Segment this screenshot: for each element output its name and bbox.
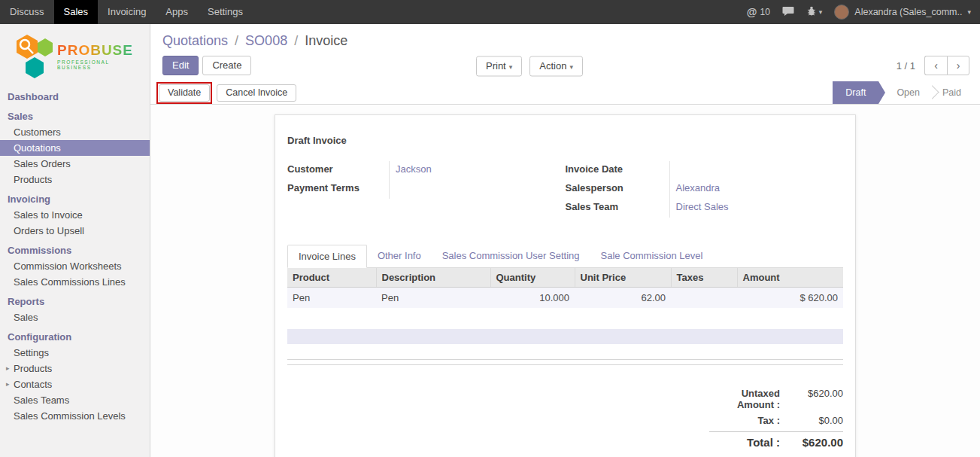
topbar-menu-sales[interactable]: Sales: [54, 0, 99, 24]
expand-icon[interactable]: ▸: [6, 379, 10, 390]
column-header-amount: Amount: [737, 268, 843, 288]
breadcrumb-separator: /: [232, 33, 241, 48]
cell-quantity: 10.000: [490, 288, 575, 309]
sidebar-item-config-products[interactable]: ▸ Products: [0, 361, 150, 376]
statusbar: Validate Cancel Invoice Draft Open Paid: [150, 81, 980, 105]
invoice-date-value: [669, 161, 844, 180]
customer-label: Customer: [287, 161, 389, 180]
sidebar-item-sales-commission-levels[interactable]: Sales Commission Levels: [0, 408, 150, 424]
breadcrumb-quotations[interactable]: Quotations: [162, 33, 228, 48]
breadcrumb-so008[interactable]: SO008: [245, 33, 287, 48]
mentions-indicator[interactable]: @ 10: [747, 6, 770, 18]
untaxed-amount-value: $620.00: [790, 388, 843, 399]
user-menu[interactable]: Alexandra (Sales_comm.. ▾: [834, 5, 971, 20]
sidebar-item-orders-to-upsell[interactable]: Orders to Upsell: [0, 223, 150, 239]
table-header-row: Product Description Quantity Unit Price …: [287, 268, 843, 288]
logo-text: PROBUSE PROFESSIONAL BUSINESS: [57, 42, 144, 70]
chat-bubble-icon: [782, 6, 794, 19]
chevron-down-icon: ▾: [819, 8, 823, 16]
chevron-down-icon: ▾: [509, 62, 513, 70]
main-panel: Quotations / SO008 / Invoice Edit Create…: [150, 24, 980, 457]
create-button[interactable]: Create: [202, 56, 251, 75]
sidebar-section-dashboard[interactable]: Dashboard: [0, 89, 150, 105]
pager-next-button[interactable]: ›: [947, 56, 969, 75]
edit-button[interactable]: Edit: [162, 56, 199, 75]
sales-team-value[interactable]: Direct Sales: [669, 199, 844, 218]
messages-button[interactable]: [782, 6, 794, 19]
state-paid[interactable]: Paid: [931, 81, 972, 104]
action-dropdown-button[interactable]: Action▾: [529, 56, 583, 76]
expand-icon[interactable]: ▸: [6, 363, 10, 374]
sidebar-item-commission-worksheets[interactable]: Commission Worksheets: [0, 258, 150, 274]
sidebar-section-reports[interactable]: Reports: [0, 294, 150, 309]
sidebar-item-sales-commissions-lines[interactable]: Sales Commissions Lines: [0, 274, 150, 290]
customer-value[interactable]: Jackson: [389, 161, 566, 180]
cancel-invoice-button[interactable]: Cancel Invoice: [217, 84, 296, 102]
sidebar-item-label: Products: [14, 363, 52, 374]
pager-value: 1 / 1: [897, 60, 915, 72]
empty-lines-strip: [287, 329, 843, 344]
sidebar-section-configuration[interactable]: Configuration: [0, 329, 150, 345]
sidebar-item-sales-to-invoice[interactable]: Sales to Invoice: [0, 207, 150, 223]
state-widget: Draft Open Paid: [833, 81, 972, 104]
field-group-left: Customer Jackson Payment Terms: [287, 161, 566, 218]
logo-tagline: PROFESSIONAL BUSINESS: [57, 59, 144, 70]
table-row[interactable]: Pen Pen 10.000 62.00 $ 620.00: [287, 288, 843, 309]
field-groups: Customer Jackson Payment Terms Invoice D…: [287, 161, 843, 218]
topbar-menu-discuss[interactable]: Discuss: [0, 0, 54, 24]
sidebar-item-sales-teams[interactable]: Sales Teams: [0, 392, 150, 408]
bug-icon: [806, 6, 817, 19]
sidebar-item-config-contacts[interactable]: ▸ Contacts: [0, 376, 150, 392]
sidebar-item-reports-sales[interactable]: Sales: [0, 309, 150, 325]
tax-value: $0.00: [790, 415, 843, 426]
center-actions: Print▾ Action▾: [476, 56, 583, 76]
cell-description: Pen: [376, 288, 490, 309]
topbar-menu-apps[interactable]: Apps: [156, 0, 198, 24]
sidebar-item-customers[interactable]: Customers: [0, 124, 150, 140]
sales-team-label: Sales Team: [566, 199, 669, 218]
sidebar-item-settings[interactable]: Settings: [0, 345, 150, 361]
cell-unit-price: 62.00: [575, 288, 671, 309]
column-header-quantity: Quantity: [490, 268, 575, 288]
invoice-lines-table: Product Description Quantity Unit Price …: [287, 268, 843, 308]
sidebar-item-products[interactable]: Products: [0, 172, 150, 187]
sidebar-section-commissions[interactable]: Commissions: [0, 242, 150, 258]
column-header-taxes: Taxes: [671, 268, 737, 288]
topbar-menu-invoicing[interactable]: Invoicing: [98, 0, 156, 24]
salesperson-value[interactable]: Alexandra: [669, 180, 844, 199]
totals-block: Untaxed Amount : $620.00 Tax : $0.00 Tot…: [709, 385, 843, 451]
validate-button[interactable]: Validate: [159, 84, 210, 102]
tab-other-info[interactable]: Other Info: [367, 245, 432, 267]
total-separator: [709, 431, 843, 432]
pager-previous-button[interactable]: ‹: [924, 56, 947, 75]
debug-menu-button[interactable]: ▾: [806, 6, 823, 19]
field-group-right: Invoice Date Salesperson Alexandra Sales…: [566, 161, 844, 218]
state-open[interactable]: Open: [878, 81, 931, 104]
invoice-state-title: Draft Invoice: [287, 135, 843, 146]
state-draft[interactable]: Draft: [833, 81, 878, 104]
sidebar-item-sales-orders[interactable]: Sales Orders: [0, 156, 150, 172]
sidebar-item-quotations[interactable]: Quotations: [0, 140, 150, 156]
topbar-menu-settings[interactable]: Settings: [198, 0, 253, 24]
tab-sale-commission-level[interactable]: Sale Commission Level: [590, 245, 714, 267]
sidebar-section-invoicing[interactable]: Invoicing: [0, 191, 150, 207]
mention-count: 10: [760, 7, 769, 17]
sidebar-item-label: Contacts: [14, 379, 52, 390]
column-header-product: Product: [287, 268, 376, 288]
salesperson-label: Salesperson: [566, 180, 669, 199]
cell-taxes: [671, 288, 737, 309]
tab-invoice-lines[interactable]: Invoice Lines: [287, 245, 367, 268]
user-name: Alexandra (Sales_comm..: [854, 7, 962, 17]
print-dropdown-button[interactable]: Print▾: [476, 56, 522, 76]
annotation-highlight: Validate: [156, 82, 212, 104]
form-view-area: Draft Invoice Customer Jackson Payment T…: [150, 105, 980, 457]
cell-product: Pen: [287, 288, 376, 309]
invoice-sheet: Draft Invoice Customer Jackson Payment T…: [275, 114, 856, 457]
tab-sales-commission-user-setting[interactable]: Sales Commission User Setting: [432, 245, 590, 267]
avatar: [834, 5, 849, 20]
column-header-description: Description: [376, 268, 490, 288]
breadcrumb-separator: /: [291, 33, 301, 48]
sidebar-section-sales[interactable]: Sales: [0, 108, 150, 124]
tax-label: Tax :: [709, 415, 780, 426]
app-logo[interactable]: PROBUSE PROFESSIONAL BUSINESS: [0, 24, 150, 85]
